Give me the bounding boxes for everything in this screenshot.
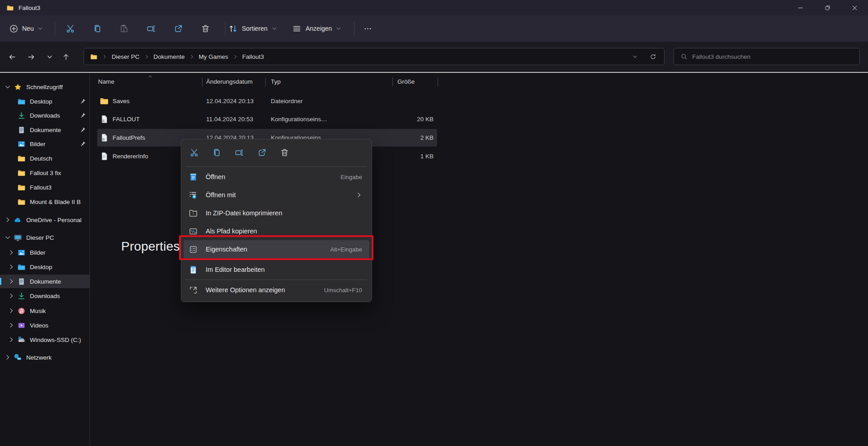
column-header-type[interactable]: Typ bbox=[271, 75, 281, 89]
share-button[interactable] bbox=[168, 19, 188, 38]
rename-button[interactable] bbox=[141, 19, 161, 38]
selection-accent-bar bbox=[0, 278, 1, 285]
breadcrumb-my-games[interactable]: My Games bbox=[196, 53, 231, 60]
sidebar-item-fallout-3-fix[interactable]: Fallout 3 fix bbox=[0, 166, 90, 180]
menu-separator bbox=[186, 280, 367, 280]
search-box[interactable] bbox=[674, 48, 860, 65]
sidebar-item-pc-desktop[interactable]: Desktop bbox=[0, 260, 90, 274]
chevron-down-icon bbox=[336, 26, 341, 31]
sidebar-item-fallout3[interactable]: Fallout3 bbox=[0, 180, 90, 194]
address-breadcrumb-bar[interactable]: Dieser PC Dokumente My Games Fallout3 bbox=[84, 48, 665, 65]
refresh-button[interactable] bbox=[645, 48, 660, 65]
copy-button[interactable] bbox=[87, 19, 107, 38]
properties-annotation-label: Properties bbox=[121, 239, 180, 254]
sort-ascending-icon bbox=[147, 74, 153, 79]
see-more-button[interactable] bbox=[359, 19, 377, 38]
share-button[interactable] bbox=[253, 143, 271, 161]
star-icon bbox=[14, 83, 22, 91]
download-icon bbox=[18, 292, 25, 300]
menu-item-oeffnen-mit[interactable]: Öffnen mit bbox=[184, 186, 369, 204]
video-icon bbox=[18, 322, 25, 329]
copy-icon bbox=[93, 24, 102, 33]
copy-path-icon bbox=[189, 227, 198, 236]
network-icon bbox=[14, 354, 22, 361]
sidebar-item-desktop[interactable]: Desktop bbox=[0, 95, 90, 108]
menu-item-im-editor-bearbeiten[interactable]: Im Editor bearbeiten bbox=[184, 261, 369, 279]
pin-icon bbox=[80, 98, 86, 104]
minimize-button[interactable] bbox=[787, 0, 814, 15]
breadcrumb-this-pc[interactable]: Dieser PC bbox=[109, 53, 142, 60]
more-icon bbox=[363, 24, 373, 33]
delete-button[interactable] bbox=[275, 143, 293, 161]
sidebar-item-netzwerk[interactable]: Netzwerk bbox=[0, 351, 90, 364]
column-header-date[interactable]: Änderungsdatum bbox=[206, 75, 253, 89]
document-icon bbox=[18, 126, 25, 134]
chevron-right-icon bbox=[102, 54, 107, 59]
sidebar-item-pc-musik[interactable]: Musik bbox=[0, 304, 90, 318]
cut-button[interactable] bbox=[185, 143, 203, 161]
config-file-icon bbox=[100, 133, 108, 142]
chevron-down-icon bbox=[272, 26, 277, 31]
new-button[interactable]: Neu bbox=[9, 19, 43, 38]
file-row-fallout[interactable]: FALLOUT 11.04.2024 20:53 Konfigurationse… bbox=[90, 110, 868, 128]
column-header-name[interactable]: Name bbox=[98, 75, 114, 89]
sidebar-item-pc-videos[interactable]: Videos bbox=[0, 318, 90, 332]
menu-item-weitere-optionen[interactable]: Weitere Optionen anzeigen Umschalt+F10 bbox=[184, 281, 369, 299]
breadcrumb-dokumente[interactable]: Dokumente bbox=[151, 53, 188, 60]
sort-label: Sortieren bbox=[242, 25, 268, 32]
maximize-button[interactable] bbox=[814, 0, 841, 15]
column-divider[interactable] bbox=[392, 77, 393, 86]
sidebar-item-downloads[interactable]: Downloads bbox=[0, 109, 90, 122]
sidebar-item-pc-bilder[interactable]: Bilder bbox=[0, 246, 90, 259]
file-explorer-window: Fallout3 Neu Sortieren Anzeigen bbox=[0, 0, 868, 446]
view-icon bbox=[292, 24, 302, 33]
address-dropdown-button[interactable] bbox=[627, 48, 642, 65]
sidebar-item-deutsch[interactable]: Deutsch bbox=[0, 152, 90, 165]
copy-button[interactable] bbox=[208, 143, 226, 161]
sidebar-item-mount-blade[interactable]: Mount & Blade II B bbox=[0, 195, 90, 209]
chrome-content-divider bbox=[0, 72, 868, 73]
picture-icon bbox=[18, 140, 25, 148]
sidebar-item-dieser-pc[interactable]: Dieser PC bbox=[0, 231, 90, 244]
delete-button[interactable] bbox=[195, 19, 215, 38]
rename-button[interactable] bbox=[230, 143, 248, 161]
sidebar-item-bilder[interactable]: Bilder bbox=[0, 137, 90, 151]
folder-icon bbox=[100, 97, 108, 105]
forward-button[interactable] bbox=[24, 49, 39, 65]
column-header-size[interactable]: Größe bbox=[397, 75, 415, 89]
chevron-right-icon bbox=[7, 322, 15, 328]
notepad-icon bbox=[189, 173, 198, 181]
column-divider[interactable] bbox=[438, 77, 438, 86]
pin-icon bbox=[80, 127, 86, 133]
menu-item-zip[interactable]: In ZIP-Datei komprimieren bbox=[184, 204, 369, 222]
chevron-right-icon bbox=[7, 337, 15, 343]
column-divider[interactable] bbox=[202, 77, 203, 86]
sidebar-item-dokumente[interactable]: Dokumente bbox=[0, 123, 90, 137]
zip-icon bbox=[189, 209, 198, 218]
column-divider[interactable] bbox=[265, 77, 266, 86]
paste-button[interactable] bbox=[114, 19, 134, 38]
search-input[interactable] bbox=[692, 53, 841, 60]
sidebar-item-onedrive[interactable]: OneDrive - Personal bbox=[0, 213, 90, 227]
cut-icon bbox=[66, 24, 75, 33]
sidebar-item-pc-downloads[interactable]: Downloads bbox=[0, 289, 90, 303]
sidebar-item-schnellzugriff[interactable]: Schnellzugriff bbox=[0, 80, 90, 94]
view-button[interactable]: Anzeigen bbox=[292, 19, 341, 38]
sidebar-item-pc-dokumente[interactable]: Dokumente bbox=[0, 275, 90, 288]
back-button[interactable] bbox=[5, 49, 20, 65]
chevron-right-icon bbox=[7, 249, 15, 256]
red-annotation-box bbox=[179, 235, 373, 260]
chevron-right-icon bbox=[7, 264, 15, 270]
folder-icon bbox=[6, 5, 14, 11]
cut-icon bbox=[189, 148, 199, 157]
drive-icon bbox=[18, 336, 25, 344]
up-button[interactable] bbox=[58, 49, 74, 65]
close-button[interactable] bbox=[841, 0, 868, 15]
sidebar-item-pc-windows-ssd[interactable]: Windows-SSD (C:) bbox=[0, 333, 90, 346]
menu-item-oeffnen[interactable]: Öffnen Eingabe bbox=[184, 168, 369, 186]
recent-locations-button[interactable] bbox=[42, 49, 57, 65]
file-row-saves[interactable]: Saves 12.04.2024 20:13 Dateiordner bbox=[90, 92, 868, 110]
cut-button[interactable] bbox=[60, 19, 80, 38]
sort-button[interactable]: Sortieren bbox=[228, 19, 277, 38]
breadcrumb-fallout3[interactable]: Fallout3 bbox=[240, 53, 267, 60]
